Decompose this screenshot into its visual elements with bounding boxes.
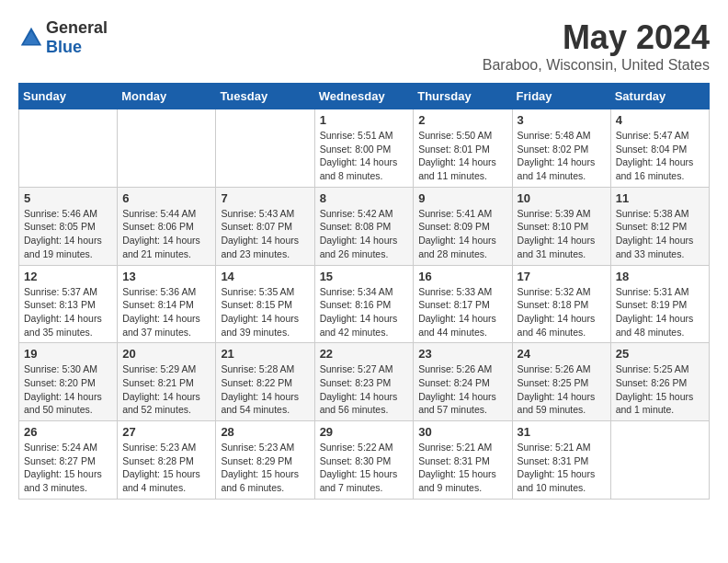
- day-number: 3: [518, 113, 606, 127]
- calendar-cell: 18Sunrise: 5:31 AM Sunset: 8:19 PM Dayli…: [610, 265, 709, 343]
- day-number: 31: [518, 425, 606, 439]
- calendar-cell: 15Sunrise: 5:34 AM Sunset: 8:16 PM Dayli…: [314, 265, 414, 343]
- calendar-cell: 8Sunrise: 5:42 AM Sunset: 8:08 PM Daylig…: [314, 187, 414, 265]
- day-number: 20: [122, 347, 210, 361]
- day-number: 19: [24, 347, 112, 361]
- calendar-cell: 12Sunrise: 5:37 AM Sunset: 8:13 PM Dayli…: [19, 265, 118, 343]
- day-info: Sunrise: 5:26 AM Sunset: 8:24 PM Dayligh…: [418, 362, 506, 417]
- day-info: Sunrise: 5:36 AM Sunset: 8:14 PM Dayligh…: [122, 285, 210, 339]
- day-number: 17: [518, 270, 606, 283]
- day-number: 6: [122, 191, 210, 205]
- day-info: Sunrise: 5:39 AM Sunset: 8:10 PM Dayligh…: [518, 207, 606, 261]
- day-info: Sunrise: 5:41 AM Sunset: 8:09 PM Dayligh…: [418, 207, 506, 261]
- day-number: 27: [122, 425, 210, 439]
- day-info: Sunrise: 5:21 AM Sunset: 8:31 PM Dayligh…: [518, 441, 606, 495]
- calendar-week-row: 19Sunrise: 5:30 AM Sunset: 8:20 PM Dayli…: [19, 343, 710, 421]
- day-info: Sunrise: 5:31 AM Sunset: 8:19 PM Dayligh…: [616, 285, 704, 339]
- calendar-cell: 27Sunrise: 5:23 AM Sunset: 8:28 PM Dayli…: [118, 421, 216, 500]
- calendar-cell: 19Sunrise: 5:30 AM Sunset: 8:20 PM Dayli…: [19, 343, 118, 421]
- weekday-header-sunday: Sunday: [19, 84, 118, 109]
- calendar-table: SundayMondayTuesdayWednesdayThursdayFrid…: [18, 83, 710, 500]
- day-info: Sunrise: 5:44 AM Sunset: 8:06 PM Dayligh…: [122, 207, 210, 261]
- day-number: 22: [320, 347, 409, 361]
- calendar-cell: 29Sunrise: 5:22 AM Sunset: 8:30 PM Dayli…: [314, 421, 414, 500]
- weekday-header-wednesday: Wednesday: [314, 84, 414, 109]
- logo-icon: [18, 25, 44, 51]
- logo: General Blue: [18, 18, 108, 57]
- day-info: Sunrise: 5:27 AM Sunset: 8:23 PM Dayligh…: [320, 362, 409, 417]
- calendar-cell: 10Sunrise: 5:39 AM Sunset: 8:10 PM Dayli…: [512, 187, 610, 265]
- calendar-cell: 4Sunrise: 5:47 AM Sunset: 8:04 PM Daylig…: [610, 109, 709, 188]
- day-info: Sunrise: 5:29 AM Sunset: 8:21 PM Dayligh…: [122, 362, 210, 417]
- day-info: Sunrise: 5:50 AM Sunset: 8:01 PM Dayligh…: [418, 129, 506, 183]
- day-number: 16: [418, 270, 506, 283]
- calendar-cell: 16Sunrise: 5:33 AM Sunset: 8:17 PM Dayli…: [414, 265, 512, 343]
- calendar-cell: 1Sunrise: 5:51 AM Sunset: 8:00 PM Daylig…: [314, 109, 414, 188]
- day-info: Sunrise: 5:21 AM Sunset: 8:31 PM Dayligh…: [418, 441, 506, 495]
- day-info: Sunrise: 5:47 AM Sunset: 8:04 PM Dayligh…: [616, 129, 704, 183]
- calendar-cell: 31Sunrise: 5:21 AM Sunset: 8:31 PM Dayli…: [512, 421, 610, 500]
- day-number: 8: [320, 191, 409, 205]
- calendar-cell: 5Sunrise: 5:46 AM Sunset: 8:05 PM Daylig…: [19, 187, 118, 265]
- day-info: Sunrise: 5:32 AM Sunset: 8:18 PM Dayligh…: [518, 285, 606, 339]
- day-number: 18: [616, 270, 704, 283]
- day-info: Sunrise: 5:26 AM Sunset: 8:25 PM Dayligh…: [518, 362, 606, 417]
- calendar-week-row: 26Sunrise: 5:24 AM Sunset: 8:27 PM Dayli…: [19, 421, 710, 500]
- calendar-cell: 17Sunrise: 5:32 AM Sunset: 8:18 PM Dayli…: [512, 265, 610, 343]
- calendar-cell: 13Sunrise: 5:36 AM Sunset: 8:14 PM Dayli…: [118, 265, 216, 343]
- day-info: Sunrise: 5:22 AM Sunset: 8:30 PM Dayligh…: [320, 441, 409, 495]
- weekday-header-tuesday: Tuesday: [216, 84, 314, 109]
- weekday-header-monday: Monday: [118, 84, 216, 109]
- calendar-cell: 24Sunrise: 5:26 AM Sunset: 8:25 PM Dayli…: [512, 343, 610, 421]
- month-year-title: May 2024: [483, 18, 710, 57]
- day-info: Sunrise: 5:37 AM Sunset: 8:13 PM Dayligh…: [24, 285, 112, 339]
- day-number: 13: [122, 270, 210, 283]
- day-info: Sunrise: 5:43 AM Sunset: 8:07 PM Dayligh…: [221, 207, 309, 261]
- day-info: Sunrise: 5:33 AM Sunset: 8:17 PM Dayligh…: [418, 285, 506, 339]
- day-number: 25: [616, 347, 704, 361]
- calendar-cell: 25Sunrise: 5:25 AM Sunset: 8:26 PM Dayli…: [610, 343, 709, 421]
- calendar-cell: 14Sunrise: 5:35 AM Sunset: 8:15 PM Dayli…: [216, 265, 314, 343]
- day-number: 1: [320, 113, 409, 127]
- day-info: Sunrise: 5:38 AM Sunset: 8:12 PM Dayligh…: [616, 207, 704, 261]
- location-subtitle: Baraboo, Wisconsin, United States: [483, 57, 710, 74]
- calendar-cell: [118, 109, 216, 188]
- weekday-header-thursday: Thursday: [414, 84, 512, 109]
- day-info: Sunrise: 5:23 AM Sunset: 8:28 PM Dayligh…: [122, 441, 210, 495]
- day-info: Sunrise: 5:42 AM Sunset: 8:08 PM Dayligh…: [320, 207, 409, 261]
- weekday-header-friday: Friday: [512, 84, 610, 109]
- calendar-header-row: SundayMondayTuesdayWednesdayThursdayFrid…: [19, 84, 710, 109]
- logo-text: General Blue: [46, 18, 108, 57]
- day-info: Sunrise: 5:35 AM Sunset: 8:15 PM Dayligh…: [221, 285, 309, 339]
- day-info: Sunrise: 5:48 AM Sunset: 8:02 PM Dayligh…: [518, 129, 606, 183]
- day-number: 21: [221, 347, 309, 361]
- calendar-week-row: 5Sunrise: 5:46 AM Sunset: 8:05 PM Daylig…: [19, 187, 710, 265]
- day-number: 5: [24, 191, 112, 205]
- day-info: Sunrise: 5:23 AM Sunset: 8:29 PM Dayligh…: [221, 441, 309, 495]
- day-number: 9: [418, 191, 506, 205]
- day-info: Sunrise: 5:30 AM Sunset: 8:20 PM Dayligh…: [24, 362, 112, 417]
- calendar-cell: 2Sunrise: 5:50 AM Sunset: 8:01 PM Daylig…: [414, 109, 512, 188]
- day-info: Sunrise: 5:46 AM Sunset: 8:05 PM Dayligh…: [24, 207, 112, 261]
- day-number: 15: [320, 270, 409, 283]
- calendar-cell: 20Sunrise: 5:29 AM Sunset: 8:21 PM Dayli…: [118, 343, 216, 421]
- weekday-header-saturday: Saturday: [610, 84, 709, 109]
- day-info: Sunrise: 5:25 AM Sunset: 8:26 PM Dayligh…: [616, 362, 704, 417]
- calendar-cell: 11Sunrise: 5:38 AM Sunset: 8:12 PM Dayli…: [610, 187, 709, 265]
- calendar-cell: 21Sunrise: 5:28 AM Sunset: 8:22 PM Dayli…: [216, 343, 314, 421]
- calendar-cell: 6Sunrise: 5:44 AM Sunset: 8:06 PM Daylig…: [118, 187, 216, 265]
- calendar-cell: 30Sunrise: 5:21 AM Sunset: 8:31 PM Dayli…: [414, 421, 512, 500]
- day-number: 26: [24, 425, 112, 439]
- day-number: 24: [518, 347, 606, 361]
- day-number: 23: [418, 347, 506, 361]
- day-number: 28: [221, 425, 309, 439]
- day-number: 4: [616, 113, 704, 127]
- page-header: General Blue May 2024 Baraboo, Wisconsin…: [18, 18, 710, 74]
- calendar-cell: 3Sunrise: 5:48 AM Sunset: 8:02 PM Daylig…: [512, 109, 610, 188]
- day-info: Sunrise: 5:24 AM Sunset: 8:27 PM Dayligh…: [24, 441, 112, 495]
- title-area: May 2024 Baraboo, Wisconsin, United Stat…: [483, 18, 710, 74]
- day-number: 29: [320, 425, 409, 439]
- day-info: Sunrise: 5:28 AM Sunset: 8:22 PM Dayligh…: [221, 362, 309, 417]
- calendar-cell: [610, 421, 709, 500]
- calendar-cell: 22Sunrise: 5:27 AM Sunset: 8:23 PM Dayli…: [314, 343, 414, 421]
